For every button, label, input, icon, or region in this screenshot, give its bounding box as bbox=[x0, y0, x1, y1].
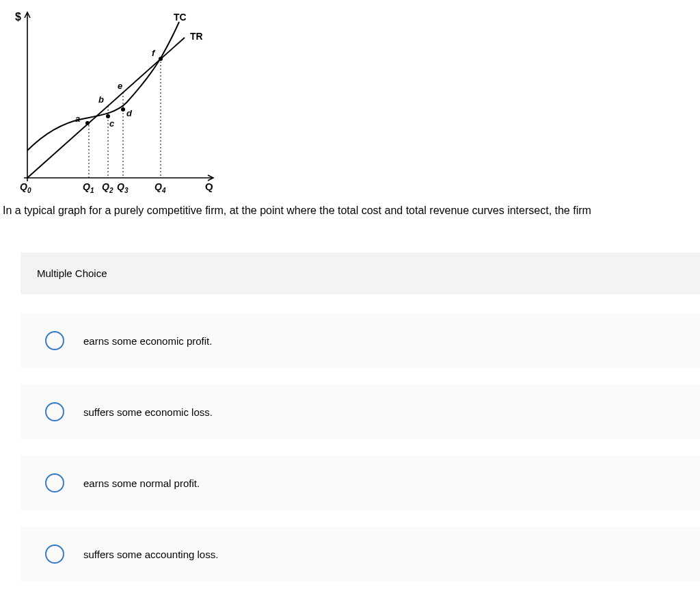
radio-icon[interactable] bbox=[45, 544, 64, 564]
q2-label: Q2 bbox=[102, 181, 113, 194]
choice-option[interactable]: suffers some accounting loss. bbox=[21, 527, 700, 581]
multiple-choice-header: Multiple Choice bbox=[21, 252, 700, 294]
q4-label: Q4 bbox=[154, 181, 166, 194]
point-e: e bbox=[118, 81, 122, 91]
y-axis-label: $ bbox=[15, 11, 21, 23]
economics-graph: $ Q TR TC a c d b e f Q0 Q1 Q2 Q3 Q4 bbox=[7, 7, 226, 198]
svg-point-9 bbox=[121, 107, 125, 111]
choice-option[interactable]: earns some normal profit. bbox=[21, 456, 700, 510]
q1-label: Q1 bbox=[83, 181, 94, 194]
q0-label: Q0 bbox=[20, 181, 31, 194]
answers-section: Multiple Choice earns some economic prof… bbox=[0, 252, 700, 581]
choice-label: suffers some economic loss. bbox=[83, 406, 213, 418]
radio-icon[interactable] bbox=[45, 331, 64, 350]
question-text: In a typical graph for a purely competit… bbox=[0, 200, 700, 218]
choice-label: earns some economic profit. bbox=[83, 335, 212, 347]
tc-label: TC bbox=[174, 12, 187, 23]
x-axis-label: Q bbox=[205, 181, 213, 192]
point-a: a bbox=[75, 114, 80, 124]
choice-label: suffers some accounting loss. bbox=[83, 549, 218, 560]
point-d: d bbox=[126, 108, 133, 118]
q3-label: Q3 bbox=[117, 181, 129, 194]
choice-option[interactable]: suffers some economic loss. bbox=[21, 384, 700, 439]
graph-container: $ Q TR TC a c d b e f Q0 Q1 Q2 Q3 Q4 bbox=[0, 0, 700, 200]
radio-icon[interactable] bbox=[45, 473, 64, 493]
svg-point-10 bbox=[159, 57, 163, 61]
point-b: b bbox=[98, 94, 104, 105]
tr-label: TR bbox=[190, 31, 203, 42]
point-f: f bbox=[152, 48, 156, 58]
radio-icon[interactable] bbox=[45, 402, 64, 421]
choice-option[interactable]: earns some economic profit. bbox=[21, 313, 700, 368]
point-c: c bbox=[109, 118, 115, 129]
choice-label: earns some normal profit. bbox=[83, 477, 200, 489]
svg-point-7 bbox=[85, 121, 90, 125]
